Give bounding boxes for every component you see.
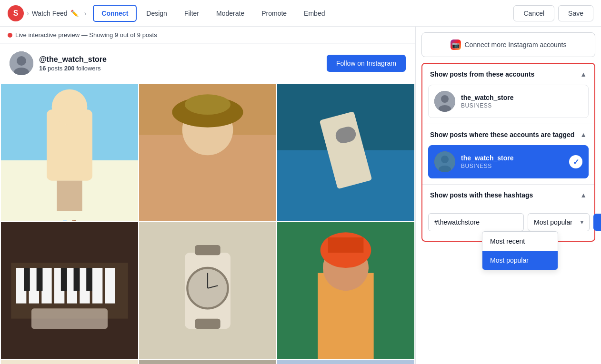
follow-instagram-button[interactable]: Follow on Instagram xyxy=(327,55,406,72)
svg-point-7 xyxy=(52,89,88,125)
cancel-button[interactable]: Cancel xyxy=(513,5,554,21)
grid-cell-9 xyxy=(277,360,414,364)
section-hashtags-header[interactable]: Show posts with these hashtags ▲ xyxy=(422,185,594,206)
tab-moderate[interactable]: Moderate xyxy=(209,6,252,21)
tab-filter[interactable]: Filter xyxy=(177,6,207,21)
tagged-account-name: the_watch_store xyxy=(461,154,513,162)
section-hashtags-title: Show posts with these hashtags xyxy=(430,191,533,199)
from-account-type: BUSINESS xyxy=(461,102,513,109)
hashtag-input[interactable] xyxy=(428,213,524,231)
grid-cell-8 xyxy=(139,360,276,364)
svg-rect-52 xyxy=(139,360,276,364)
breadcrumb-label: Watch Feed xyxy=(32,10,68,17)
image-grid: 👔⌚ xyxy=(0,83,415,364)
instagram-icon: 📷 xyxy=(451,39,461,50)
svg-point-63 xyxy=(441,95,449,103)
from-account-name: the_watch_store xyxy=(461,94,513,101)
svg-rect-30 xyxy=(37,268,43,291)
preview-bar: Live interactive preview — Showing 9 out… xyxy=(0,27,415,44)
svg-rect-23 xyxy=(41,268,51,304)
section-from-body: the_watch_store BUSINESS xyxy=(422,85,594,124)
nav-separator: › xyxy=(84,10,87,17)
svg-rect-32 xyxy=(74,268,80,291)
sections-container: Show posts from these accounts ▲ xyxy=(421,63,595,242)
tab-connect[interactable]: Connect xyxy=(93,5,137,22)
nav-tabs: Connect Design Filter Moderate Promote E… xyxy=(93,5,332,22)
tab-embed[interactable]: Embed xyxy=(296,6,332,21)
tagged-account-card[interactable]: the_watch_store BUSINESS ✓ xyxy=(428,145,589,178)
svg-rect-38 xyxy=(195,319,220,329)
grid-cell-3 xyxy=(277,84,414,221)
add-hashtag-button[interactable]: Add xyxy=(593,214,601,231)
section-from-accounts: Show posts from these accounts ▲ xyxy=(422,64,594,124)
svg-rect-47 xyxy=(1,360,138,364)
section-from-header[interactable]: Show posts from these accounts ▲ xyxy=(422,64,594,85)
tagged-account-info: the_watch_store BUSINESS xyxy=(461,154,513,169)
from-account-info: the_watch_store BUSINESS xyxy=(461,94,513,109)
section-tagged-accounts: Show posts where these accounts are tagg… xyxy=(422,124,594,185)
save-button[interactable]: Save xyxy=(558,5,593,21)
connect-instagram-label: Connect more Instagram accounts xyxy=(465,41,567,49)
svg-rect-27 xyxy=(92,268,102,304)
grid-cell-7 xyxy=(1,360,138,364)
tab-promote[interactable]: Promote xyxy=(254,6,294,21)
svg-point-14 xyxy=(185,94,230,115)
chevron-up-icon-3: ▲ xyxy=(580,191,587,199)
grid-cell-2 xyxy=(139,84,276,221)
account-info: @the_watch_store 16 posts 200 followers xyxy=(39,55,107,72)
from-account-card[interactable]: the_watch_store BUSINESS xyxy=(428,85,589,118)
tagged-account-type: BUSINESS xyxy=(461,163,513,169)
account-handle: @the_watch_store xyxy=(39,55,107,64)
top-navigation: S › Watch Feed ✏️ › Connect Design Filte… xyxy=(0,0,601,27)
svg-text:👔⌚: 👔⌚ xyxy=(60,220,79,221)
svg-rect-34 xyxy=(31,308,108,329)
main-layout: Live interactive preview — Showing 9 out… xyxy=(0,27,601,364)
dropdown-item-most-popular[interactable]: Most popular xyxy=(482,251,558,270)
breadcrumb-arrow: › xyxy=(27,10,29,17)
tab-design[interactable]: Design xyxy=(139,6,175,21)
section-tagged-header[interactable]: Show posts where these accounts are tagg… xyxy=(422,124,594,145)
dropdown-item-most-recent[interactable]: Most recent xyxy=(482,232,558,251)
grid-cell-6 xyxy=(277,222,414,359)
chevron-up-icon: ▲ xyxy=(580,70,587,78)
svg-point-1 xyxy=(17,56,26,66)
chevron-up-icon-2: ▲ xyxy=(580,131,587,138)
check-icon: ✓ xyxy=(569,155,582,168)
brand-logo: S xyxy=(8,5,24,21)
sort-dropdown-menu: Most recent Most popular xyxy=(482,231,558,270)
grid-cell-5 xyxy=(139,222,276,359)
svg-rect-46 xyxy=(328,237,364,253)
section-hashtags-body: Most recent Most popular ▼ Add Most rece… xyxy=(422,206,594,241)
section-tagged-body: the_watch_store BUSINESS ✓ xyxy=(422,145,594,184)
svg-point-66 xyxy=(441,156,449,163)
section-from-title: Show posts from these accounts xyxy=(430,70,534,78)
svg-rect-6 xyxy=(57,181,82,211)
sort-select[interactable]: Most recent Most popular xyxy=(528,213,590,231)
preview-text: Live interactive preview — Showing 9 out… xyxy=(15,31,157,39)
svg-rect-29 xyxy=(24,268,30,291)
tagged-account-avatar xyxy=(434,151,455,172)
account-avatar xyxy=(10,51,33,75)
right-panel: 📷 Connect more Instagram accounts Show p… xyxy=(415,27,601,364)
account-stats: 16 posts 200 followers xyxy=(39,65,107,72)
sort-select-wrapper: Most recent Most popular ▼ xyxy=(528,213,590,231)
svg-rect-28 xyxy=(105,268,115,304)
edit-icon[interactable]: ✏️ xyxy=(70,10,79,17)
grid-cell-1: 👔⌚ xyxy=(1,84,138,221)
left-panel: Live interactive preview — Showing 9 out… xyxy=(0,27,415,364)
live-indicator xyxy=(8,33,12,38)
account-header: @the_watch_store 16 posts 200 followers … xyxy=(0,44,415,83)
svg-rect-31 xyxy=(61,268,67,291)
grid-cell-4 xyxy=(1,222,138,359)
svg-rect-37 xyxy=(195,245,220,255)
from-account-avatar xyxy=(434,91,455,112)
svg-rect-59 xyxy=(277,360,414,364)
connect-instagram-button[interactable]: 📷 Connect more Instagram accounts xyxy=(421,32,595,57)
section-hashtags: Show posts with these hashtags ▲ Most re… xyxy=(422,185,594,241)
svg-rect-33 xyxy=(86,268,92,291)
section-tagged-title: Show posts where these accounts are tagg… xyxy=(430,131,574,138)
